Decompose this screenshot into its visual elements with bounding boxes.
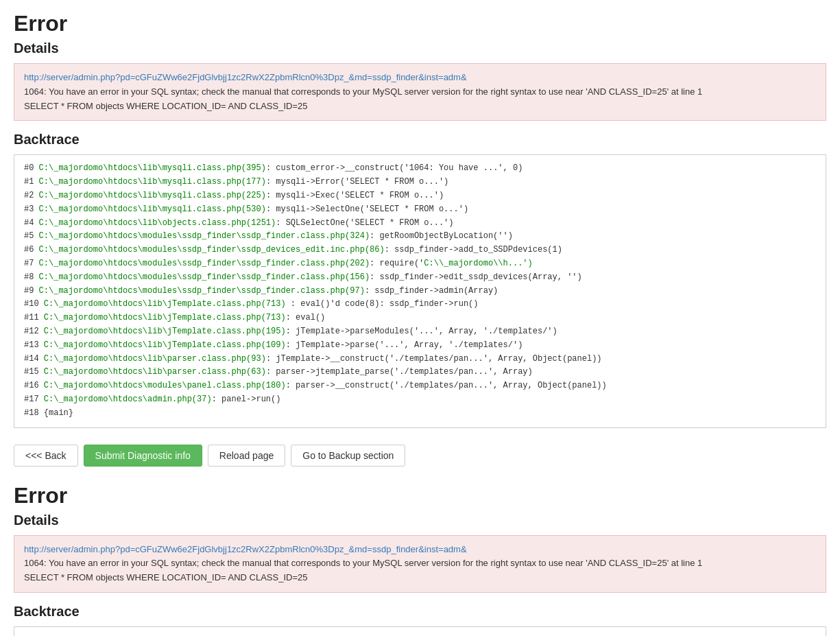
backtrace-line: #6 C:\_majordomo\htdocs\modules\ssdp_fin… [24, 244, 816, 257]
error-message1-1: 1064: You have an error in your SQL synt… [24, 85, 816, 99]
backtrace-line: #3 C:\_majordomo\htdocs\lib\mysqli.class… [24, 203, 816, 217]
backtrace-line: #2 C:\_majordomo\htdocs\lib\mysqli.class… [24, 189, 816, 203]
error-message1-2: 1064: You have an error in your SQL synt… [24, 556, 816, 571]
backtrace-line: #11 C:\_majordomo\htdocs\lib\jTemplate.c… [24, 311, 816, 325]
backtrace-line: #4 C:\_majordomo\htdocs\lib\objects.clas… [24, 217, 816, 231]
error-box-2: http://server/admin.php?pd=cGFuZWw6e2Fjd… [14, 535, 826, 593]
error-section-2: Error Details http://server/admin.php?pd… [14, 483, 826, 636]
backtrace-line: #14 C:\_majordomo\htdocs\lib\parser.clas… [24, 353, 816, 366]
backtrace-line: #16 C:\_majordomo\htdocs\modules\panel.c… [24, 379, 816, 393]
error-message2-1: SELECT * FROM objects WHERE LOCATION_ID=… [24, 99, 816, 114]
backtrace-line: #12 C:\_majordomo\htdocs\lib\jTemplate.c… [24, 325, 816, 339]
details-title-1: Details [14, 40, 826, 56]
backtrace-line: #5 C:\_majordomo\htdocs\modules\ssdp_fin… [24, 230, 816, 244]
error-title-1: Error [14, 11, 826, 36]
error-message2-2: SELECT * FROM objects WHERE LOCATION_ID=… [24, 571, 816, 585]
reload-button[interactable]: Reload page [208, 445, 285, 467]
error-section-1: Error Details http://server/admin.php?pd… [14, 11, 826, 428]
error-url-2: http://server/admin.php?pd=cGFuZWw6e2Fjd… [24, 543, 816, 557]
backtrace-line: #8 C:\_majordomo\htdocs\modules\ssdp_fin… [24, 271, 816, 285]
backtrace-line: #0 C:\_majordomo\htdocs\lib\mysqli.class… [24, 162, 816, 176]
error-box-1: http://server/admin.php?pd=cGFuZWw6e2Fjd… [14, 63, 826, 121]
error-title-2: Error [14, 483, 826, 508]
error-url-1: http://server/admin.php?pd=cGFuZWw6e2Fjd… [24, 71, 816, 85]
backtrace-line: #9 C:\_majordomo\htdocs\modules\ssdp_fin… [24, 285, 816, 298]
action-buttons: <<< Back Submit Diagnostic info Reload p… [14, 445, 826, 467]
backtrace-line: #7 C:\_majordomo\htdocs\modules\ssdp_fin… [24, 257, 816, 271]
backtrace-title-2: Backtrace [14, 604, 826, 620]
backtrace-line: #17 C:\_majordomo\htdocs\admin.php(37): … [24, 393, 816, 407]
backtrace-box-2: #0 C:\_majordomo\htdocs\lib\mysqli.class… [14, 626, 826, 636]
back-button[interactable]: <<< Back [14, 445, 78, 467]
backtrace-line: #13 C:\_majordomo\htdocs\lib\jTemplate.c… [24, 339, 816, 353]
backtrace-line: #10 C:\_majordomo\htdocs\lib\jTemplate.c… [24, 298, 816, 311]
backtrace-box-1: #0 C:\_majordomo\htdocs\lib\mysqli.class… [14, 154, 826, 427]
details-title-2: Details [14, 513, 826, 528]
submit-diagnostic-button[interactable]: Submit Diagnostic info [84, 445, 202, 467]
backtrace-line: #15 C:\_majordomo\htdocs\lib\parser.clas… [24, 366, 816, 379]
backtrace-line: #1 C:\_majordomo\htdocs\lib\mysqli.class… [24, 176, 816, 189]
backtrace-line: #18 {main} [24, 407, 816, 421]
backtrace-title-1: Backtrace [14, 132, 826, 148]
backup-section-button[interactable]: Go to Backup section [291, 445, 405, 467]
